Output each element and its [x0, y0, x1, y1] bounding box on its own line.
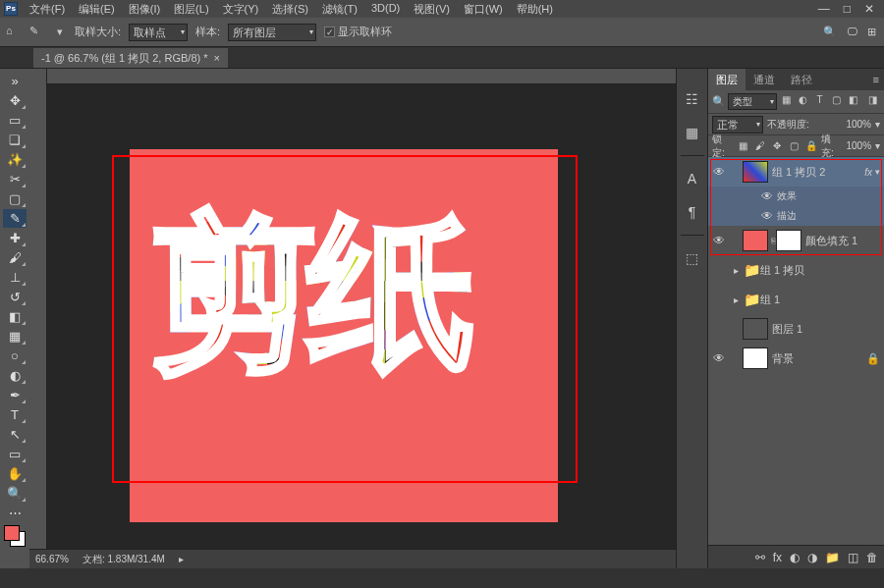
fx-dropdown-icon[interactable]: ▾ — [875, 167, 884, 177]
menu-view[interactable]: 视图(V) — [414, 2, 450, 17]
sample-dropdown[interactable]: 所有图层 — [228, 24, 316, 41]
layer-1[interactable]: 图层 1 — [708, 314, 884, 344]
adjustment-icon[interactable]: ◑ — [807, 551, 817, 564]
delete-icon[interactable]: 🗑 — [866, 551, 878, 564]
filter-image-icon[interactable]: ▦ — [779, 94, 794, 109]
tab-layers[interactable]: 图层 — [708, 69, 746, 90]
close-button[interactable]: ✕ — [864, 2, 874, 16]
layer-group-1[interactable]: ▸ 📁 组 1 — [708, 285, 884, 314]
lock-artboard-icon[interactable]: ▢ — [788, 140, 801, 151]
lock-all-icon[interactable]: 🔒 — [804, 140, 817, 151]
tool-wand[interactable]: ✨ — [3, 150, 27, 169]
tab-paths[interactable]: 路径 — [783, 69, 820, 90]
layer-thumbnail[interactable] — [743, 318, 768, 340]
layer-thumbnail[interactable] — [743, 347, 768, 369]
layer-thumbnail[interactable] — [743, 161, 768, 183]
expand-icon[interactable]: ▸ — [730, 294, 743, 305]
filter-adjust-icon[interactable]: ◐ — [796, 94, 810, 109]
dock-paragraph-icon[interactable]: ¶ — [682, 201, 703, 223]
menu-3d[interactable]: 3D(D) — [371, 2, 400, 17]
visibility-icon[interactable]: 👁 — [708, 165, 730, 179]
tool-hand[interactable]: ✋ — [3, 464, 27, 483]
menu-layer[interactable]: 图层(L) — [174, 2, 208, 17]
layer-background[interactable]: 👁 背景 🔒 — [708, 344, 884, 373]
tool-crop[interactable]: ✂ — [3, 170, 27, 188]
tool-type[interactable]: T — [3, 405, 27, 424]
fx-badge[interactable]: fx — [864, 167, 875, 178]
tool-stamp[interactable]: ⊥ — [3, 268, 27, 287]
tool-heal[interactable]: ✚ — [3, 229, 27, 247]
document-tab[interactable]: -1 @ 66.7% (组 1 拷贝 2, RGB/8) * × — [33, 48, 228, 68]
canvas-area[interactable]: 剪纸 66.67% 文档: 1.83M/31.4M ▸ — [29, 69, 676, 568]
menu-file[interactable]: 文件(F) — [29, 2, 65, 17]
lock-icon[interactable]: 🔒 — [866, 352, 884, 365]
lock-position-icon[interactable]: ✥ — [771, 140, 784, 151]
filter-kind-dropdown[interactable]: 类型 — [728, 93, 777, 110]
layer-name[interactable]: 颜色填充 1 — [805, 234, 884, 248]
mask-icon[interactable]: ◐ — [790, 551, 800, 564]
layer-name[interactable]: 背景 — [772, 351, 866, 366]
layer-name[interactable]: 组 1 拷贝 2 — [772, 165, 864, 180]
tool-eyedropper[interactable]: ✎ — [3, 209, 27, 228]
layer-effects[interactable]: 👁 效果 — [708, 187, 884, 206]
home-icon[interactable]: ⌂ — [6, 25, 22, 40]
tool-dodge[interactable]: ◐ — [3, 366, 27, 385]
options-arrow[interactable]: ▾ — [53, 26, 67, 39]
tab-close-icon[interactable]: × — [214, 48, 220, 68]
tool-move[interactable]: ✥ — [3, 91, 27, 110]
blend-mode-dropdown[interactable]: 正常 — [712, 116, 763, 134]
link-layers-icon[interactable]: ⚯ — [755, 551, 765, 564]
dock-type-icon[interactable]: A — [682, 168, 703, 189]
expand-icon[interactable]: ▸ — [730, 265, 743, 276]
layer-group-copy-1[interactable]: ▸ 📁 组 1 拷贝 — [708, 255, 884, 285]
lock-transparent-icon[interactable]: ▦ — [737, 140, 749, 151]
visibility-icon[interactable]: 👁 — [708, 234, 730, 247]
share-icon[interactable]: 🖵 — [847, 26, 857, 38]
fill-value[interactable]: 100% — [846, 140, 871, 151]
color-swatches[interactable] — [4, 525, 26, 547]
visibility-icon[interactable]: 👁 — [708, 351, 730, 365]
tool-history-brush[interactable]: ↺ — [3, 288, 27, 306]
filter-type-icon[interactable]: T — [812, 94, 827, 109]
tool-expand[interactable]: » — [3, 72, 27, 90]
group-icon[interactable]: 📁 — [825, 551, 840, 564]
visibility-icon[interactable]: 👁 — [757, 189, 777, 203]
sample-size-dropdown[interactable]: 取样点 — [129, 24, 188, 41]
filter-toggle[interactable]: ◨ — [865, 94, 880, 109]
status-arrow-icon[interactable]: ▸ — [179, 554, 184, 564]
tool-zoom[interactable]: 🔍 — [3, 484, 27, 503]
filter-smart-icon[interactable]: ◧ — [846, 94, 860, 109]
tool-shape[interactable]: ▭ — [3, 445, 27, 463]
layer-effect-stroke[interactable]: 👁 描边 — [708, 206, 884, 226]
layer-name[interactable]: 组 1 拷贝 — [760, 263, 884, 278]
tool-lasso[interactable]: ❏ — [3, 131, 27, 149]
menu-type[interactable]: 文字(Y) — [223, 2, 259, 17]
panel-menu-icon[interactable]: ≡ — [868, 74, 884, 85]
dock-3d-icon[interactable]: ⬚ — [682, 247, 703, 269]
layer-name[interactable]: 组 1 — [760, 293, 884, 307]
fx-icon[interactable]: fx — [773, 551, 782, 564]
maximize-button[interactable]: □ — [844, 2, 851, 16]
tool-marquee[interactable]: ▭ — [3, 111, 27, 130]
tool-pen[interactable]: ✒ — [3, 386, 27, 404]
eyedropper-icon[interactable]: ✎ — [29, 25, 45, 40]
dock-history-icon[interactable]: ☷ — [682, 88, 703, 110]
visibility-icon[interactable]: 👁 — [757, 209, 777, 223]
menu-window[interactable]: 窗口(W) — [464, 2, 503, 17]
menu-help[interactable]: 帮助(H) — [517, 2, 553, 17]
mask-thumbnail[interactable] — [776, 230, 801, 251]
fill-arrow-icon[interactable]: ▾ — [875, 140, 880, 151]
filter-search-icon[interactable]: 🔍 — [712, 95, 726, 108]
lock-brush-icon[interactable]: 🖌 — [754, 140, 767, 151]
layer-name[interactable]: 图层 1 — [772, 322, 884, 337]
opacity-arrow-icon[interactable]: ▾ — [875, 119, 880, 130]
tool-brush[interactable]: 🖌 — [3, 248, 27, 267]
show-ring-checkbox[interactable]: ✓ 显示取样环 — [324, 25, 392, 39]
tool-more[interactable]: ⋯ — [3, 504, 27, 522]
new-layer-icon[interactable]: ◫ — [848, 551, 858, 564]
tool-path[interactable]: ↖ — [3, 425, 27, 444]
menu-select[interactable]: 选择(S) — [272, 2, 308, 17]
menu-filter[interactable]: 滤镜(T) — [322, 2, 358, 17]
dock-swatches-icon[interactable]: ▦ — [682, 122, 703, 143]
tab-channels[interactable]: 通道 — [746, 69, 783, 90]
